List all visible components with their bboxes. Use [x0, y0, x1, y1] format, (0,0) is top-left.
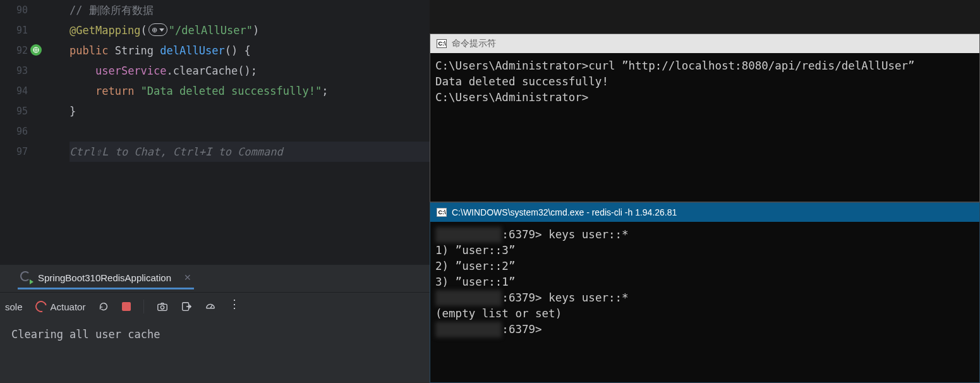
code-editor[interactable]: 90 91 92 93 94 95 96 97 // 删除所有数据@GetMap…	[0, 0, 430, 264]
code-method-name: delAllUser	[160, 44, 224, 57]
code-text[interactable]: // 删除所有数据@GetMapping("/delAllUser")publi…	[45, 0, 430, 264]
svg-point-4	[161, 306, 164, 309]
cmd-terminal[interactable]: C:\Users\Administrator>curl ”http://loca…	[430, 53, 979, 111]
code-annotation: @GetMapping	[70, 24, 141, 37]
svg-rect-3	[158, 304, 167, 310]
exit-button[interactable]	[181, 301, 192, 312]
redis-line: 1) ”user::3”	[435, 243, 974, 258]
redis-window: C:\ C:\WINDOWS\system32\cmd.exe - redis-…	[430, 202, 980, 383]
cmd-title: 命令提示符	[452, 38, 496, 49]
rerun-button[interactable]	[98, 301, 109, 312]
code-return-string: "Data deleted successfully!"	[141, 85, 322, 97]
run-toolbar: sole Actuator ⋮	[0, 293, 430, 320]
stop-button[interactable]	[122, 302, 131, 311]
cmd-icon: C:\	[437, 39, 447, 48]
spring-run-icon	[20, 271, 33, 284]
run-config-tab[interactable]: SpringBoot310RedisApplication ✕	[18, 267, 194, 289]
run-tab-bar: SpringBoot310RedisApplication ✕	[0, 265, 430, 293]
redis-line: 3) ”user::1”	[435, 274, 974, 290]
cmd-line: C:\Users\Administrator>curl ”http://loca…	[435, 58, 974, 74]
redis-line: 2) ”user::2”	[435, 258, 974, 274]
cmd-line: Data deleted successfully!	[435, 74, 974, 90]
redis-terminal[interactable]: 1.94.26.81:6379> keys user::*1) ”user::3…	[430, 222, 979, 343]
cmd-icon: C:\	[437, 208, 447, 217]
code-comment: // 删除所有数据	[70, 4, 154, 16]
code-field: userService	[95, 64, 167, 77]
more-button[interactable]: ⋮	[229, 297, 241, 311]
code-keyword: public	[70, 44, 108, 57]
redis-line: 1.94.26.81:6379> keys user::*	[435, 227, 974, 243]
stop-icon	[122, 302, 131, 311]
globe-icon[interactable]	[148, 23, 167, 36]
line-gutter: 90 91 92 93 94 95 96 97	[0, 0, 45, 264]
code-keyword-return: return	[95, 85, 134, 97]
cmd-window: C:\ 命令提示符 C:\Users\Administrator>curl ”h…	[430, 33, 980, 202]
redis-line: (empty list or set)	[435, 306, 974, 322]
camera-button[interactable]	[157, 301, 168, 312]
cmd-line: C:\Users\Administrator>	[435, 90, 974, 106]
tab-actuator[interactable]: Actuator	[35, 301, 86, 312]
redis-titlebar[interactable]: C:\ C:\WINDOWS\system32\cmd.exe - redis-…	[430, 203, 979, 222]
close-icon[interactable]: ✕	[184, 272, 191, 283]
divider	[143, 300, 144, 313]
run-gutter-icon[interactable]	[30, 44, 42, 56]
editor-background	[430, 0, 980, 33]
run-tool-window: SpringBoot310RedisApplication ✕ sole Act…	[0, 264, 430, 383]
tab-sole[interactable]: sole	[5, 301, 23, 312]
console-output[interactable]: Clearing all user cache	[0, 320, 430, 348]
editor-hint: Ctrl⇧L to Chat, Ctrl+I to Command	[70, 145, 283, 158]
console-line: Clearing all user cache	[11, 328, 418, 341]
code-url-string: "/delAllUser"	[169, 24, 253, 37]
run-tab-label: SpringBoot310RedisApplication	[38, 272, 171, 283]
redis-line: 1.94.26.81:6379>	[435, 322, 974, 337]
actuator-icon	[33, 299, 49, 315]
cmd-titlebar[interactable]: C:\ 命令提示符	[430, 34, 979, 53]
redis-title: C:\WINDOWS\system32\cmd.exe - redis-cli …	[452, 207, 677, 217]
redis-line: 1.94.26.81:6379> keys user::*	[435, 290, 974, 306]
profiler-button[interactable]	[205, 301, 216, 312]
